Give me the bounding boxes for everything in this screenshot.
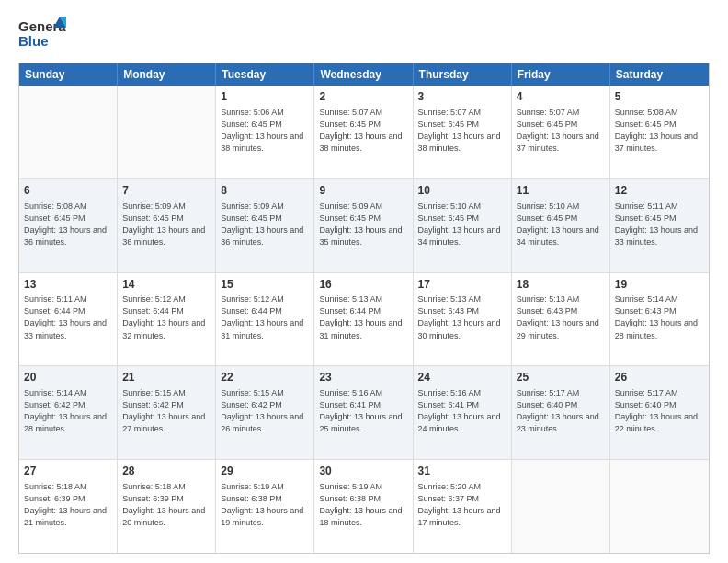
weekday-header: Monday — [118, 63, 216, 86]
day-number: 10 — [418, 183, 506, 199]
day-number: 4 — [517, 89, 605, 105]
calendar-cell: 24Sunrise: 5:16 AM Sunset: 6:41 PM Dayli… — [414, 366, 512, 459]
calendar-cell: 22Sunrise: 5:15 AM Sunset: 6:42 PM Dayli… — [216, 366, 314, 459]
day-info: Sunrise: 5:11 AM Sunset: 6:44 PM Dayligh… — [24, 293, 112, 341]
day-number: 25 — [517, 370, 605, 385]
calendar-cell: 27Sunrise: 5:18 AM Sunset: 6:39 PM Dayli… — [19, 460, 118, 553]
calendar-cell: 6Sunrise: 5:08 AM Sunset: 6:45 PM Daylig… — [19, 179, 118, 272]
day-info: Sunrise: 5:09 AM Sunset: 6:45 PM Dayligh… — [122, 201, 210, 248]
day-number: 22 — [221, 370, 309, 385]
calendar-row: 13Sunrise: 5:11 AM Sunset: 6:44 PM Dayli… — [19, 273, 709, 367]
day-number: 3 — [418, 89, 506, 105]
calendar-cell: 21Sunrise: 5:15 AM Sunset: 6:42 PM Dayli… — [118, 366, 216, 459]
day-number: 17 — [418, 277, 506, 293]
calendar-cell: 11Sunrise: 5:10 AM Sunset: 6:45 PM Dayli… — [512, 179, 610, 272]
day-info: Sunrise: 5:15 AM Sunset: 6:42 PM Dayligh… — [221, 387, 309, 435]
calendar-header: SundayMondayTuesdayWednesdayThursdayFrid… — [19, 63, 709, 86]
day-info: Sunrise: 5:19 AM Sunset: 6:38 PM Dayligh… — [319, 481, 407, 529]
calendar-row: 1Sunrise: 5:06 AM Sunset: 6:45 PM Daylig… — [19, 86, 709, 179]
day-number: 13 — [24, 277, 112, 293]
weekday-header: Tuesday — [216, 63, 314, 86]
calendar-cell: 2Sunrise: 5:07 AM Sunset: 6:45 PM Daylig… — [314, 86, 413, 178]
calendar-cell — [19, 86, 118, 178]
weekday-header: Sunday — [19, 63, 118, 86]
calendar-cell: 19Sunrise: 5:14 AM Sunset: 6:43 PM Dayli… — [610, 273, 709, 366]
day-info: Sunrise: 5:13 AM Sunset: 6:43 PM Dayligh… — [418, 293, 506, 341]
day-info: Sunrise: 5:13 AM Sunset: 6:43 PM Dayligh… — [517, 293, 605, 341]
day-info: Sunrise: 5:14 AM Sunset: 6:43 PM Dayligh… — [615, 293, 704, 341]
day-info: Sunrise: 5:09 AM Sunset: 6:45 PM Dayligh… — [319, 201, 407, 248]
calendar-cell: 31Sunrise: 5:20 AM Sunset: 6:37 PM Dayli… — [414, 460, 512, 553]
day-info: Sunrise: 5:11 AM Sunset: 6:45 PM Dayligh… — [615, 201, 704, 248]
calendar: SundayMondayTuesdayWednesdayThursdayFrid… — [18, 63, 710, 554]
calendar-cell: 15Sunrise: 5:12 AM Sunset: 6:44 PM Dayli… — [216, 273, 314, 366]
calendar-cell: 23Sunrise: 5:16 AM Sunset: 6:41 PM Dayli… — [314, 366, 413, 459]
day-info: Sunrise: 5:08 AM Sunset: 6:45 PM Dayligh… — [615, 107, 704, 155]
day-number: 9 — [319, 183, 407, 199]
day-info: Sunrise: 5:13 AM Sunset: 6:44 PM Dayligh… — [319, 293, 407, 341]
day-number: 29 — [221, 464, 309, 479]
day-info: Sunrise: 5:17 AM Sunset: 6:40 PM Dayligh… — [517, 387, 605, 435]
day-number: 1 — [221, 89, 309, 105]
day-number: 23 — [319, 370, 407, 385]
day-number: 31 — [418, 464, 506, 479]
calendar-cell: 16Sunrise: 5:13 AM Sunset: 6:44 PM Dayli… — [314, 273, 413, 366]
day-info: Sunrise: 5:12 AM Sunset: 6:44 PM Dayligh… — [221, 293, 309, 341]
day-info: Sunrise: 5:10 AM Sunset: 6:45 PM Dayligh… — [418, 201, 506, 248]
day-number: 20 — [24, 370, 112, 385]
logo: General Blue — [18, 15, 66, 53]
calendar-cell: 29Sunrise: 5:19 AM Sunset: 6:38 PM Dayli… — [216, 460, 314, 553]
day-info: Sunrise: 5:12 AM Sunset: 6:44 PM Dayligh… — [122, 293, 210, 341]
day-info: Sunrise: 5:15 AM Sunset: 6:42 PM Dayligh… — [122, 387, 210, 435]
weekday-header: Friday — [512, 63, 610, 86]
day-number: 14 — [122, 277, 210, 293]
day-info: Sunrise: 5:06 AM Sunset: 6:45 PM Dayligh… — [221, 107, 309, 155]
day-number: 2 — [319, 89, 407, 105]
svg-text:Blue: Blue — [18, 33, 49, 49]
day-info: Sunrise: 5:09 AM Sunset: 6:45 PM Dayligh… — [221, 201, 309, 248]
day-number: 12 — [615, 183, 704, 199]
calendar-body: 1Sunrise: 5:06 AM Sunset: 6:45 PM Daylig… — [19, 86, 709, 553]
day-number: 5 — [615, 89, 704, 105]
calendar-cell: 3Sunrise: 5:07 AM Sunset: 6:45 PM Daylig… — [414, 86, 512, 178]
calendar-row: 6Sunrise: 5:08 AM Sunset: 6:45 PM Daylig… — [19, 179, 709, 273]
day-number: 18 — [517, 277, 605, 293]
day-info: Sunrise: 5:08 AM Sunset: 6:45 PM Dayligh… — [24, 201, 112, 248]
calendar-cell — [610, 460, 709, 553]
day-info: Sunrise: 5:10 AM Sunset: 6:45 PM Dayligh… — [517, 201, 605, 248]
weekday-header: Saturday — [610, 63, 709, 86]
calendar-cell: 4Sunrise: 5:07 AM Sunset: 6:45 PM Daylig… — [512, 86, 610, 178]
day-number: 21 — [122, 370, 210, 385]
calendar-cell: 28Sunrise: 5:18 AM Sunset: 6:39 PM Dayli… — [118, 460, 216, 553]
day-info: Sunrise: 5:18 AM Sunset: 6:39 PM Dayligh… — [122, 481, 210, 529]
calendar-cell — [512, 460, 610, 553]
day-info: Sunrise: 5:19 AM Sunset: 6:38 PM Dayligh… — [221, 481, 309, 529]
calendar-cell: 1Sunrise: 5:06 AM Sunset: 6:45 PM Daylig… — [216, 86, 314, 178]
day-number: 6 — [24, 183, 112, 199]
day-info: Sunrise: 5:16 AM Sunset: 6:41 PM Dayligh… — [418, 387, 506, 435]
calendar-cell: 5Sunrise: 5:08 AM Sunset: 6:45 PM Daylig… — [610, 86, 709, 178]
calendar-cell: 10Sunrise: 5:10 AM Sunset: 6:45 PM Dayli… — [414, 179, 512, 272]
header: General Blue — [18, 15, 710, 53]
calendar-cell: 18Sunrise: 5:13 AM Sunset: 6:43 PM Dayli… — [512, 273, 610, 366]
calendar-cell: 25Sunrise: 5:17 AM Sunset: 6:40 PM Dayli… — [512, 366, 610, 459]
page: General Blue SundayMondayTuesdayWednesda… — [0, 0, 728, 563]
day-info: Sunrise: 5:18 AM Sunset: 6:39 PM Dayligh… — [24, 481, 112, 529]
day-number: 15 — [221, 277, 309, 293]
day-number: 16 — [319, 277, 407, 293]
calendar-cell: 13Sunrise: 5:11 AM Sunset: 6:44 PM Dayli… — [19, 273, 118, 366]
day-info: Sunrise: 5:20 AM Sunset: 6:37 PM Dayligh… — [418, 481, 506, 529]
day-info: Sunrise: 5:14 AM Sunset: 6:42 PM Dayligh… — [24, 387, 112, 435]
day-number: 30 — [319, 464, 407, 479]
day-number: 26 — [615, 370, 704, 385]
logo-svg: General Blue — [18, 15, 66, 53]
calendar-cell: 9Sunrise: 5:09 AM Sunset: 6:45 PM Daylig… — [314, 179, 413, 272]
calendar-cell: 30Sunrise: 5:19 AM Sunset: 6:38 PM Dayli… — [314, 460, 413, 553]
day-number: 11 — [517, 183, 605, 199]
day-info: Sunrise: 5:17 AM Sunset: 6:40 PM Dayligh… — [615, 387, 704, 435]
day-number: 8 — [221, 183, 309, 199]
day-info: Sunrise: 5:07 AM Sunset: 6:45 PM Dayligh… — [517, 107, 605, 155]
calendar-cell: 7Sunrise: 5:09 AM Sunset: 6:45 PM Daylig… — [118, 179, 216, 272]
day-number: 27 — [24, 464, 112, 479]
calendar-row: 20Sunrise: 5:14 AM Sunset: 6:42 PM Dayli… — [19, 366, 709, 460]
